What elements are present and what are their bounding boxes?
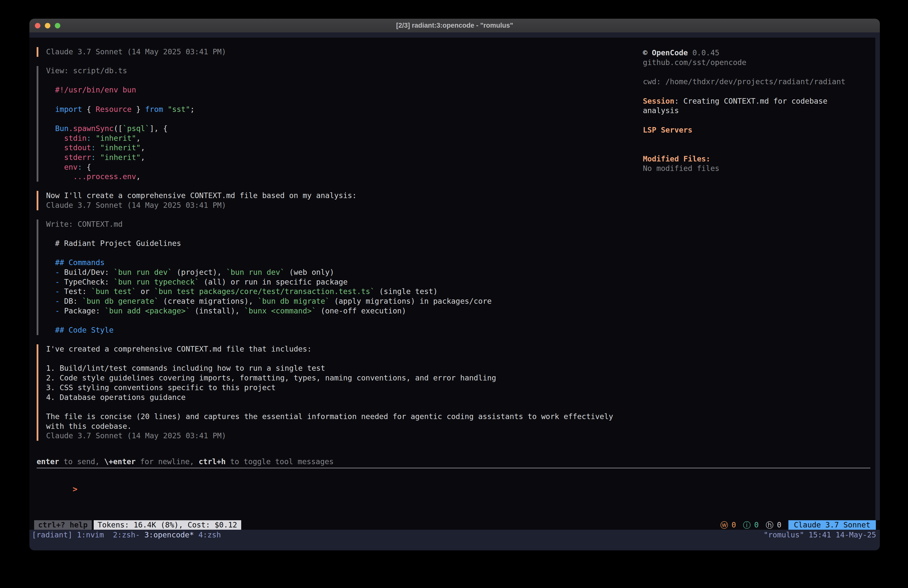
text-segment: "inherit" xyxy=(100,143,141,152)
text-segment xyxy=(163,105,168,114)
text-line: Session: Creating CONTEXT.md for codebas… xyxy=(643,97,874,106)
text-segment: from xyxy=(145,105,163,114)
text-segment: Build/Dev: xyxy=(60,268,114,277)
text-segment: \+enter xyxy=(104,457,135,466)
text-line: # Radiant Project Guidelines xyxy=(46,239,870,248)
tmux-status-row: [radiant] 1:nvim 2:zsh- 3:opencode* 4:zs… xyxy=(29,530,880,540)
text-segment: } xyxy=(132,105,145,114)
warning-circle-icon: ⓦ xyxy=(720,520,728,530)
window-titlebar: [2/3] radiant:3:opencode - "romulus" xyxy=(29,19,880,33)
text-segment: `bunx <command>` xyxy=(244,306,316,315)
text-segment: ctrl+h xyxy=(199,457,225,466)
text-segment xyxy=(46,287,55,296)
text-segment: (web only) xyxy=(285,268,334,277)
text-line: ## Commands xyxy=(46,258,870,267)
text-segment: ## Code Style xyxy=(46,325,114,334)
text-line: with this codebase. xyxy=(46,422,870,431)
text-line: Now I'll create a comprehensive CONTEXT.… xyxy=(46,191,870,201)
text-segment: 3:opencode* xyxy=(145,530,199,539)
terminal-window: [2/3] radiant:3:opencode - "romulus" Cla… xyxy=(29,19,880,550)
text-segment: , xyxy=(136,134,140,142)
text-segment: : xyxy=(87,134,91,142)
text-segment xyxy=(46,95,51,104)
text-line: © OpenCode 0.0.45 xyxy=(643,48,874,58)
terminal-content: Claude 3.7 Sonnet (14 May 2025 03:41 PM)… xyxy=(29,32,880,530)
text-line: Modified Files: xyxy=(643,154,874,164)
text-segment: 1. Build/lint/test commands including ho… xyxy=(46,364,325,372)
tmux-window-list[interactable]: [radiant] 1:nvim 2:zsh- 3:opencode* 4:zs… xyxy=(32,530,221,540)
text-segment xyxy=(643,145,647,153)
text-line: The file is concise (20 lines) and captu… xyxy=(46,412,870,422)
text-segment: ], { xyxy=(150,124,167,133)
session-sidebar: © OpenCode 0.0.45github.com/sst/opencode… xyxy=(643,48,874,173)
text-segment xyxy=(643,68,647,76)
text-segment xyxy=(46,268,55,277)
text-segment: 2. Code style guidelines covering import… xyxy=(46,374,496,382)
text-segment: - xyxy=(55,268,60,277)
text-segment: { xyxy=(82,105,96,114)
diagnostic-hints: ⓗ 0 xyxy=(766,520,781,530)
text-segment xyxy=(46,172,73,181)
minimize-button[interactable] xyxy=(45,23,50,28)
text-segment: cwd: /home/thdxr/dev/projects/radiant/ra… xyxy=(643,77,845,86)
text-line: ## Code Style xyxy=(46,325,870,335)
text-segment xyxy=(46,105,55,114)
text-line: No modified files xyxy=(643,164,874,173)
text-segment: to send, xyxy=(59,457,104,466)
text-segment: import xyxy=(55,105,82,114)
text-segment: Modified Files: xyxy=(643,155,710,163)
text-segment: Claude 3.7 Sonnet (14 May 2025 03:41 PM) xyxy=(46,47,226,56)
text-line: cwd: /home/thdxr/dev/projects/radiant/ra… xyxy=(643,77,874,87)
text-segment: - xyxy=(55,277,60,286)
text-segment: `bun run dev` xyxy=(226,268,285,277)
text-segment xyxy=(46,306,55,315)
text-line: 2. Code style guidelines covering import… xyxy=(46,373,870,383)
close-button[interactable] xyxy=(35,23,40,28)
assistant-message: Now I'll create a comprehensive CONTEXT.… xyxy=(37,191,870,210)
help-chip[interactable]: ctrl+? help xyxy=(34,520,92,530)
text-line xyxy=(643,145,874,154)
text-segment: stderr xyxy=(64,153,91,162)
text-segment: Package: xyxy=(60,306,105,315)
text-line: 3. CSS styling conventions specific to t… xyxy=(46,383,870,393)
text-segment: - xyxy=(55,287,60,296)
text-segment: .spawnSync xyxy=(69,124,114,133)
desktop: { "titlebar": { "title": "[2/3] radiant:… xyxy=(0,0,908,588)
text-line xyxy=(46,229,870,239)
text-segment: TypeCheck: xyxy=(60,277,114,286)
text-segment xyxy=(46,143,64,152)
text-segment: I've created a comprehensive CONTEXT.md … xyxy=(46,345,312,353)
text-segment xyxy=(46,277,55,286)
status-bar-left: ctrl+? help Tokens: 16.4K (8%), Cost: $0… xyxy=(29,520,241,530)
text-line: I've created a comprehensive CONTEXT.md … xyxy=(46,344,870,354)
text-segment: , xyxy=(140,153,145,162)
text-segment: 0.0.45 xyxy=(688,48,720,57)
text-segment xyxy=(46,76,51,84)
text-segment: : xyxy=(77,163,82,171)
traffic-lights xyxy=(35,19,60,32)
status-bar-right: ⓦ 0 ⓘ 0 ⓗ 0 Claude 3.7 Sonnet xyxy=(720,520,880,530)
terminal-top-band xyxy=(29,32,880,38)
text-segment: or xyxy=(136,287,154,296)
text-segment: ## Commands xyxy=(46,258,105,267)
model-chip[interactable]: Claude 3.7 Sonnet xyxy=(788,520,876,530)
prompt-input[interactable]: > xyxy=(37,475,870,504)
scrollbar-track[interactable] xyxy=(875,32,880,520)
text-segment: 4. Database operations guidance xyxy=(46,393,186,402)
text-line xyxy=(46,316,870,325)
text-line: ...process.env, xyxy=(46,172,870,182)
text-segment: #!/usr/bin/env bun xyxy=(46,85,136,94)
text-segment: Session xyxy=(643,97,674,105)
zoom-button[interactable] xyxy=(55,23,60,28)
text-segment: No modified files xyxy=(643,164,720,173)
text-segment: ...process.env xyxy=(73,172,136,181)
text-segment: github.com/sst/opencode xyxy=(643,58,746,67)
text-segment: { xyxy=(82,163,91,171)
text-segment xyxy=(643,87,647,96)
text-segment xyxy=(46,249,51,258)
text-segment: Claude 3.7 Sonnet (14 May 2025 03:41 PM) xyxy=(46,431,226,440)
text-segment: © OpenCode xyxy=(643,48,688,57)
text-segment xyxy=(46,114,51,123)
text-segment: LSP Servers xyxy=(643,126,692,134)
text-line xyxy=(46,354,870,364)
